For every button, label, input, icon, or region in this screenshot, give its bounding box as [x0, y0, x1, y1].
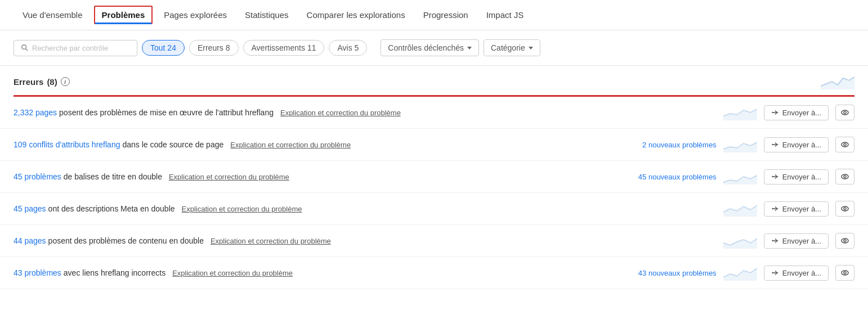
table-row: 45 problèmes de balises de titre en doub…	[0, 161, 868, 193]
send-icon	[771, 109, 779, 116]
new-problems: 2 nouveaux problèmes	[615, 141, 717, 149]
nav-item-compare[interactable]: Comparer les explorations	[298, 0, 414, 30]
eye-button[interactable]	[835, 201, 854, 217]
nav-item-stats[interactable]: Statistiques	[236, 0, 298, 30]
eye-button[interactable]	[835, 233, 854, 249]
eye-button[interactable]	[835, 265, 854, 281]
new-problems: 45 nouveaux problèmes	[615, 173, 717, 181]
send-icon	[771, 173, 779, 181]
issue-link[interactable]: 109 conflits d'attributs hreflang	[14, 140, 120, 149]
send-button[interactable]: Envoyer à...	[764, 105, 829, 120]
eye-button[interactable]	[835, 169, 854, 184]
issue-text: 44 pages posent des problèmes de contenu…	[14, 236, 609, 245]
filter-btn-errors[interactable]: Erreurs 8	[189, 40, 239, 56]
filter-btn-warnings[interactable]: Avertissements 11	[243, 40, 325, 56]
svg-point-15	[842, 238, 848, 243]
svg-point-19	[844, 272, 846, 274]
section-header: Erreurs (8) i	[0, 66, 868, 95]
send-button[interactable]: Envoyer à...	[764, 233, 829, 249]
sparkline	[723, 169, 757, 184]
svg-point-10	[844, 176, 846, 178]
nav-item-progression[interactable]: Progression	[414, 0, 477, 30]
search-icon	[21, 44, 29, 52]
chevron-down-icon	[529, 47, 533, 50]
svg-point-9	[842, 174, 848, 179]
filter-btn-all[interactable]: Tout 24	[142, 40, 185, 56]
explain-link[interactable]: Explication et correction du problème	[280, 109, 401, 117]
table-row: 43 problèmes avec liens hreflang incorre…	[0, 257, 868, 289]
svg-point-12	[842, 206, 848, 211]
eye-icon	[840, 172, 849, 181]
filter-bar: Recherche par contrôle Tout 24 Erreurs 8…	[0, 30, 868, 66]
nav-item-pages[interactable]: Pages explorées	[155, 0, 236, 30]
svg-point-14	[772, 240, 773, 242]
send-button[interactable]: Envoyer à...	[764, 169, 829, 184]
issue-link[interactable]: 45 pages	[14, 204, 46, 213]
send-button[interactable]: Envoyer à...	[764, 137, 829, 152]
sparkline	[723, 105, 757, 120]
nav-item-impact[interactable]: Impact JS	[477, 0, 533, 30]
svg-point-11	[772, 208, 773, 210]
svg-point-7	[844, 143, 846, 146]
eye-button[interactable]	[835, 105, 854, 120]
issue-text: 45 pages ont des descriptions Meta en do…	[14, 204, 609, 213]
explain-link[interactable]: Explication et correction du problème	[230, 141, 351, 149]
issue-link[interactable]: 44 pages	[14, 236, 46, 245]
send-button[interactable]: Envoyer à...	[764, 266, 829, 281]
svg-point-16	[844, 240, 846, 242]
svg-point-6	[842, 142, 848, 147]
explain-link[interactable]: Explication et correction du problème	[172, 269, 293, 277]
eye-icon	[840, 204, 849, 213]
dropdown-controls[interactable]: Contrôles déclenchés	[381, 39, 479, 56]
dropdown-category[interactable]: Catégorie	[484, 39, 540, 56]
send-icon	[771, 237, 779, 245]
svg-point-8	[772, 176, 773, 178]
svg-point-13	[844, 208, 846, 210]
svg-point-4	[844, 111, 846, 114]
issue-text: 45 problèmes de balises de titre en doub…	[14, 172, 609, 181]
header-sparkline	[821, 74, 854, 89]
issue-link[interactable]: 2,332 pages	[14, 108, 57, 117]
section-title: Erreurs (8) i	[14, 77, 70, 87]
issue-link[interactable]: 43 problèmes	[14, 268, 61, 277]
table-row: 45 pages ont des descriptions Meta en do…	[0, 193, 868, 225]
issue-link[interactable]: 45 problèmes	[14, 172, 61, 181]
svg-line-1	[26, 49, 28, 51]
issue-text: 43 problèmes avec liens hreflang incorre…	[14, 268, 609, 277]
table-row: 109 conflits d'attributs hreflang dans l…	[0, 129, 868, 161]
svg-point-3	[842, 110, 848, 115]
filter-btn-notices[interactable]: Avis 5	[329, 40, 367, 56]
sparkline	[723, 265, 757, 281]
eye-icon	[840, 108, 849, 117]
search-box[interactable]: Recherche par contrôle	[14, 40, 137, 56]
sparkline	[723, 137, 757, 152]
svg-point-5	[772, 144, 773, 146]
issues-list: 2,332 pages posent des problèmes de mise…	[0, 97, 868, 289]
info-icon[interactable]: i	[61, 77, 70, 86]
svg-point-0	[22, 45, 26, 50]
explain-link[interactable]: Explication et correction du problème	[169, 173, 289, 181]
send-icon	[771, 205, 779, 213]
table-row: 2,332 pages posent des problèmes de mise…	[0, 97, 868, 129]
issue-text: 109 conflits d'attributs hreflang dans l…	[14, 140, 609, 149]
svg-point-2	[772, 112, 773, 114]
eye-icon	[840, 140, 849, 149]
table-row: 44 pages posent des problèmes de contenu…	[0, 225, 868, 257]
send-button[interactable]: Envoyer à...	[764, 201, 829, 217]
eye-button[interactable]	[835, 137, 854, 152]
send-icon	[771, 141, 779, 148]
explain-link[interactable]: Explication et correction du problème	[211, 237, 331, 245]
nav-item-overview[interactable]: Vue d'ensemble	[14, 0, 92, 30]
nav-item-problems[interactable]: Problèmes	[94, 6, 153, 24]
eye-icon	[840, 236, 849, 245]
svg-point-17	[772, 272, 773, 274]
nav-bar: Vue d'ensemble Problèmes Pages explorées…	[0, 0, 868, 30]
new-problems: 43 nouveaux problèmes	[615, 269, 717, 277]
search-placeholder: Recherche par contrôle	[32, 44, 108, 52]
explain-link[interactable]: Explication et correction du problème	[182, 205, 302, 213]
eye-icon	[840, 268, 849, 277]
sparkline	[723, 233, 757, 249]
issue-text: 2,332 pages posent des problèmes de mise…	[14, 108, 609, 117]
chevron-down-icon	[467, 47, 472, 50]
sparkline	[723, 201, 757, 217]
